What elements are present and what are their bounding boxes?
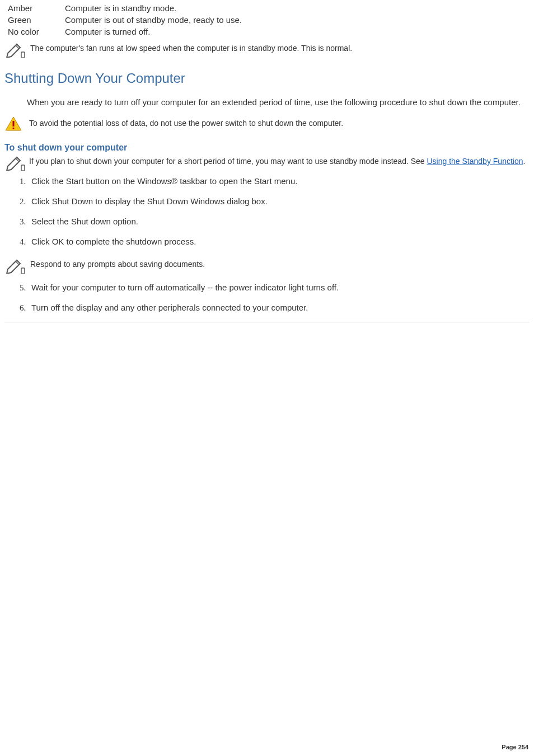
status-row: Green Computer is out of standby mode, r… <box>4 14 530 26</box>
step-text: Click OK to complete the shutdown proces… <box>31 237 196 246</box>
divider <box>4 322 530 322</box>
status-table: Amber Computer is in standby mode. Green… <box>4 2 530 37</box>
page-number: Page 254 <box>502 743 528 752</box>
steps-list-b: Wait for your computer to turn off autom… <box>4 281 530 314</box>
status-label: Amber <box>4 2 65 14</box>
svg-rect-3 <box>21 165 25 171</box>
status-desc: Computer is out of standby mode, ready t… <box>65 14 530 26</box>
standby-note-pre: If you plan to shut down your computer f… <box>29 157 427 166</box>
step-text: Turn off the display and any other perip… <box>31 303 308 312</box>
svg-rect-0 <box>21 52 25 58</box>
pencil-icon <box>4 256 27 274</box>
fan-note-text: The computer's fan runs at low speed whe… <box>30 43 352 54</box>
intro-paragraph: When you are ready to turn off your comp… <box>27 96 525 108</box>
status-row: Amber Computer is in standby mode. <box>4 2 530 14</box>
pencil-icon <box>4 40 27 58</box>
list-item: Wait for your computer to turn off autom… <box>28 281 530 294</box>
svg-rect-4 <box>21 268 25 274</box>
step-text: Click Shut Down to display the Shut Down… <box>31 196 268 206</box>
fan-note: The computer's fan runs at low speed whe… <box>4 40 530 58</box>
pencil-icon <box>4 153 27 171</box>
steps-list-a: Click the Start button on the Windows® t… <box>4 175 530 248</box>
step-text: Click the Start button on the Windows® t… <box>31 176 297 186</box>
warning-note: To avoid the potential loss of data, do … <box>4 116 530 132</box>
status-label: Green <box>4 14 65 26</box>
svg-rect-2 <box>13 128 15 129</box>
status-row: No color Computer is turned off. <box>4 26 530 37</box>
list-item: Turn off the display and any other perip… <box>28 302 530 314</box>
list-item: Select the Shut down option. <box>28 215 530 228</box>
status-desc: Computer is turned off. <box>65 26 530 37</box>
step-text: Select the Shut down option. <box>31 217 138 226</box>
respond-note-text: Respond to any prompts about saving docu… <box>30 259 205 270</box>
status-label: No color <box>4 26 65 37</box>
subheading: To shut down your computer <box>4 142 530 154</box>
respond-note: Respond to any prompts about saving docu… <box>4 256 530 274</box>
list-item: Click OK to complete the shutdown proces… <box>28 236 530 248</box>
standby-link[interactable]: Using the Standby Function <box>427 157 523 166</box>
section-title: Shutting Down Your Computer <box>4 69 530 88</box>
status-desc: Computer is in standby mode. <box>65 2 530 14</box>
standby-note-post: . <box>523 157 526 166</box>
list-item: Click the Start button on the Windows® t… <box>28 175 530 187</box>
step-text: Wait for your computer to turn off autom… <box>31 283 339 292</box>
warning-text: To avoid the potential loss of data, do … <box>29 118 343 129</box>
list-item: Click Shut Down to display the Shut Down… <box>28 195 530 208</box>
standby-note: If you plan to shut down your computer f… <box>4 156 530 167</box>
warning-icon <box>4 116 22 132</box>
svg-rect-1 <box>13 121 15 126</box>
